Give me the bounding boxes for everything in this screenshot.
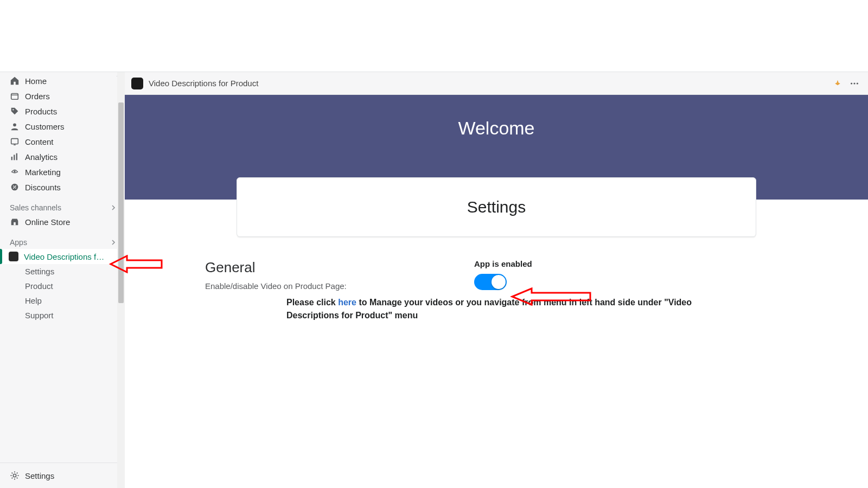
svg-rect-7 (16, 153, 17, 160)
pin-icon[interactable] (833, 79, 842, 88)
sidebar-item-online-store[interactable]: Online Store (0, 214, 125, 229)
app-icon (131, 78, 143, 89)
sidebar-item-customers[interactable]: Customers (0, 119, 125, 134)
section-label: Apps (10, 238, 27, 247)
svg-point-10 (13, 185, 14, 187)
toggle-knob (492, 275, 506, 289)
sidebar-item-label: Orders (25, 92, 50, 101)
store-icon (10, 217, 20, 227)
sidebar-item-label: Online Store (25, 217, 70, 227)
general-block: General Enable/disable Video on Product … (205, 259, 347, 291)
content-area: General Enable/disable Video on Product … (125, 200, 868, 488)
sidebar-item-label: Products (25, 107, 57, 116)
sidebar-item-label: Marketing (25, 168, 61, 177)
svg-point-8 (14, 170, 16, 172)
chevron-right-icon (110, 239, 117, 246)
sidebar-item-active-app[interactable]: Video Descriptions for ... (0, 249, 125, 264)
main-content: Video Descriptions for Product Welcome S… (125, 72, 868, 488)
general-heading: General (205, 259, 347, 276)
svg-line-21 (17, 473, 18, 474)
more-icon[interactable] (850, 79, 859, 88)
content-icon (10, 137, 20, 146)
sidebar-item-analytics[interactable]: Analytics (0, 149, 125, 164)
sidebar-subitem-support[interactable]: Support (0, 308, 125, 323)
svg-line-19 (17, 478, 18, 479)
svg-rect-12 (14, 222, 16, 225)
app-status-label: App is enabled (474, 259, 532, 268)
sidebar-subitem-help[interactable]: Help (0, 293, 125, 308)
app-header: Video Descriptions for Product (125, 72, 868, 95)
svg-rect-5 (11, 157, 12, 160)
welcome-heading: Welcome (125, 118, 868, 139)
home-icon (10, 76, 20, 86)
svg-rect-3 (11, 139, 18, 144)
sidebar-section-apps[interactable]: Apps (0, 229, 125, 249)
enable-toggle[interactable] (474, 274, 507, 290)
svg-point-22 (851, 82, 852, 84)
gear-icon (10, 471, 20, 480)
app-icon (9, 252, 18, 261)
help-text: Please click here to Manage your videos … (286, 296, 720, 322)
app-header-title: Video Descriptions for Product (149, 79, 258, 88)
svg-rect-0 (11, 94, 18, 100)
general-description: Enable/disable Video on Product Page: (205, 281, 347, 291)
sidebar-item-home[interactable]: Home (0, 73, 125, 88)
sidebar-section-sales-channels[interactable]: Sales channels (0, 195, 125, 214)
sidebar-item-label: Discounts (25, 183, 61, 192)
marketing-icon (10, 167, 20, 177)
svg-line-18 (12, 473, 13, 474)
sidebar-subitem-product[interactable]: Product (0, 279, 125, 293)
sidebar-item-label: Customers (25, 122, 65, 131)
sidebar-item-orders[interactable]: Orders (0, 88, 125, 104)
customers-icon (10, 121, 20, 131)
sidebar-item-discounts[interactable]: Discounts (0, 179, 125, 195)
orders-icon (10, 91, 20, 101)
app-status: App is enabled (474, 259, 532, 290)
chevron-right-icon (110, 204, 117, 211)
section-label: Sales channels (10, 203, 61, 212)
sidebar-item-products[interactable]: Products (0, 104, 125, 119)
svg-point-23 (853, 82, 855, 84)
products-icon (10, 106, 20, 116)
sidebar-item-label: Analytics (25, 152, 58, 162)
sidebar: Home Orders Products Customers (0, 72, 125, 488)
sidebar-item-label: Settings (25, 471, 54, 480)
sidebar-subitem-settings[interactable]: Settings (0, 264, 125, 279)
analytics-icon (10, 152, 20, 162)
manage-videos-link[interactable]: here (338, 298, 356, 307)
svg-point-2 (13, 123, 16, 126)
sidebar-item-content[interactable]: Content (0, 134, 125, 149)
svg-point-24 (857, 82, 858, 84)
svg-point-1 (12, 109, 14, 110)
annotation-arrow-toggle (510, 287, 591, 306)
annotation-arrow-sidebar (108, 255, 163, 273)
sidebar-item-marketing[interactable]: Marketing (0, 164, 125, 179)
svg-rect-6 (14, 155, 15, 160)
discounts-icon (10, 182, 20, 192)
svg-line-20 (12, 478, 13, 479)
help-text-before: Please click (286, 298, 338, 307)
sidebar-bottom-settings[interactable]: Settings (0, 463, 125, 488)
svg-point-11 (15, 188, 16, 189)
sidebar-item-label: Content (25, 137, 54, 146)
sidebar-scrollbar[interactable] (117, 72, 125, 488)
sidebar-item-label: Home (25, 76, 47, 86)
svg-rect-4 (14, 144, 16, 145)
welcome-banner: Welcome Settings (125, 95, 868, 200)
svg-point-13 (13, 474, 16, 477)
sidebar-item-label: Video Descriptions for ... (24, 252, 105, 261)
